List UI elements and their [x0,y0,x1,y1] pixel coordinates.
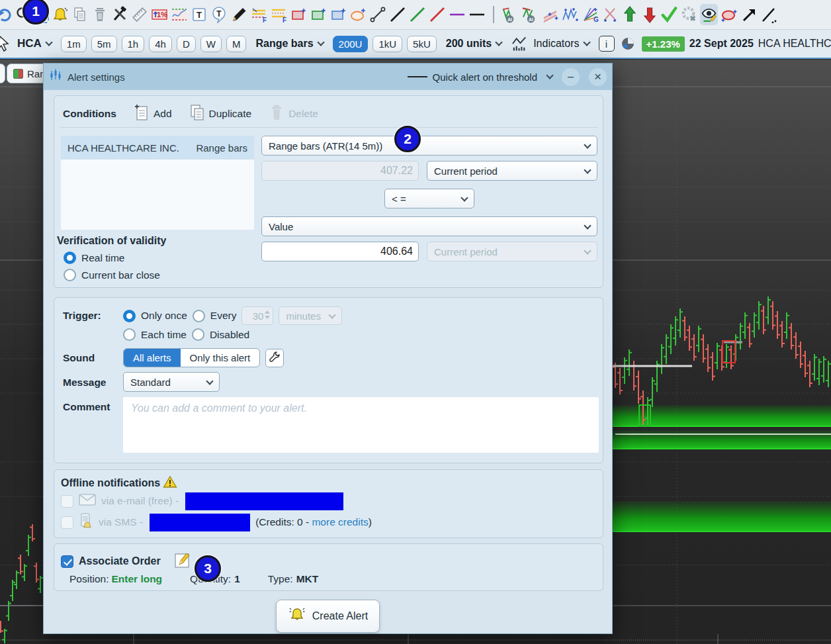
series-select[interactable]: Range bars (ATR(14 5m)) [261,136,597,156]
only-once-radio[interactable] [123,310,136,322]
text-icon[interactable]: T [190,4,208,25]
operator-select[interactable]: < = [384,189,474,208]
arrow-ne-icon[interactable] [740,4,758,25]
barclose-radio[interactable] [64,269,76,281]
timeframe-1m-button[interactable]: 1m [61,36,87,52]
more-credits-link[interactable]: more credits [312,516,368,528]
cursor-icon[interactable] [0,33,13,54]
hline-purple-icon[interactable] [448,4,466,25]
channel-plus-icon[interactable] [541,4,559,25]
email-icon [79,493,96,509]
barclose-radio-row[interactable]: Current bar close [64,269,166,281]
company-name: HCA HEALTHCARE INC. [758,38,831,50]
trend-dots-icon[interactable] [760,4,777,25]
chevron-down-icon [495,38,502,46]
ellipse-red-icon[interactable] [720,4,738,25]
sound-settings-button[interactable] [265,349,284,367]
timeframe-d-button[interactable]: D [177,36,196,52]
timeframe-w-button[interactable]: W [200,36,222,52]
chart-type-icon [13,69,23,79]
units-dropdown[interactable]: 200 units [446,38,502,50]
condition-row-selected[interactable]: HCA HEALTHCARE INC. Range bars [61,136,254,160]
associate-order-checkbox[interactable] [61,555,73,568]
conditions-list[interactable]: HCA HEALTHCARE INC. Range bars [61,136,254,230]
alert-bell-icon[interactable] [51,4,69,25]
each-time-radio[interactable] [123,328,136,341]
ai-pattern-2-icon[interactable]: AI [521,4,539,25]
unit-200u-button[interactable]: 200U [333,36,369,52]
compare-select[interactable]: Value [261,216,597,236]
minimize-button[interactable]: – [562,68,580,86]
duplicate-condition-button[interactable]: Duplicate [189,103,252,124]
email-checkbox[interactable] [61,495,73,508]
chart-tab-fragment[interactable] [0,64,5,83]
fib-expansion-icon[interactable]: F [269,4,287,25]
delete-condition-button[interactable]: Delete [269,103,318,124]
ai-pattern-1-icon[interactable]: AI [502,4,519,25]
message-select[interactable]: Standard [123,372,220,392]
visibility-edit-icon[interactable] [700,4,718,25]
angles-icon[interactable] [601,4,619,25]
create-alert-button[interactable]: Create Alert [276,600,380,633]
hline-black-icon[interactable] [468,4,486,25]
add-condition-button[interactable]: Add [134,103,172,124]
close-button[interactable]: × [589,68,607,86]
realtime-radio[interactable] [64,252,76,264]
timeframe-4h-button[interactable]: 4h [149,36,172,52]
trendline-black-icon[interactable] [388,4,406,25]
value-input[interactable] [261,242,419,261]
callout-icon[interactable]: T [210,4,228,25]
disabled-radio[interactable] [192,328,204,341]
fib-retracement-icon[interactable]: F [249,4,267,25]
conditions-label: Conditions [63,108,116,120]
unit-5ku-button[interactable]: 5kU [407,36,437,52]
edit-order-button[interactable] [174,551,191,571]
ruler-icon[interactable] [130,4,148,25]
verification-label: Verification of validity [57,235,166,247]
segment-icon[interactable] [369,4,386,25]
comment-textarea[interactable] [123,397,599,453]
chevron-down-icon [460,194,468,201]
every-radio[interactable] [193,310,205,322]
arrow-down-icon[interactable] [640,4,658,25]
cancel-drawing-icon[interactable] [680,4,698,25]
drawing-toolbar: 1% T T F F AI AI G [0,0,831,30]
period-select[interactable]: Current period [427,161,597,181]
email-label: via e-mail (free) - [101,495,179,507]
symbol-dropdown[interactable]: HCA [17,37,52,50]
rectangle-red-icon[interactable] [289,4,307,25]
dialog-header[interactable]: Alert settings Quick alert on threshold … [44,64,612,90]
app-window: Rang 1% T T F F AI AI G [0,0,831,644]
timeframe-1h-button[interactable]: 1h [122,36,145,52]
only-this-alert-option[interactable]: Only this alert [181,349,260,367]
sms-checkbox[interactable] [61,516,73,529]
channel-pattern-icon[interactable] [170,4,188,25]
tools-icon[interactable] [110,4,128,25]
undo-icon[interactable] [0,4,13,25]
chart-type-dropdown[interactable]: Range bars [255,38,323,50]
all-alerts-option[interactable]: All alerts [124,349,181,367]
session-icon[interactable] [619,33,637,54]
peaks-icon[interactable] [561,4,579,25]
unit-1ku-button[interactable]: 1kU [372,36,402,52]
arrow-up-icon[interactable] [621,4,638,25]
percent-change-icon[interactable]: 1% [150,4,168,25]
indicators-dropdown[interactable]: Indicators [533,38,589,50]
value-period-select: Current period [427,242,597,261]
timeframe-5m-button[interactable]: 5m [91,36,117,52]
rectangle-blue-icon[interactable] [329,4,347,25]
order-summary: Position: Enter long Quantity: 1 Type: M… [69,573,318,585]
trendline-red-icon[interactable] [428,4,446,25]
copy-icon[interactable] [71,4,89,25]
quick-alert-dropdown[interactable]: Quick alert on threshold [433,71,537,83]
trash-icon[interactable] [91,4,109,25]
rectangle-green-icon[interactable] [309,4,327,25]
trendline-green-icon[interactable] [408,4,426,25]
info-button[interactable]: i [599,36,615,52]
gann-fan-icon[interactable]: G [581,4,599,25]
ellipse-orange-icon[interactable] [349,4,367,25]
pencil-icon[interactable] [230,4,247,25]
timeframe-m-button[interactable]: M [226,36,247,52]
confirm-icon[interactable] [660,4,678,25]
realtime-radio-row[interactable]: Real time [64,252,166,264]
